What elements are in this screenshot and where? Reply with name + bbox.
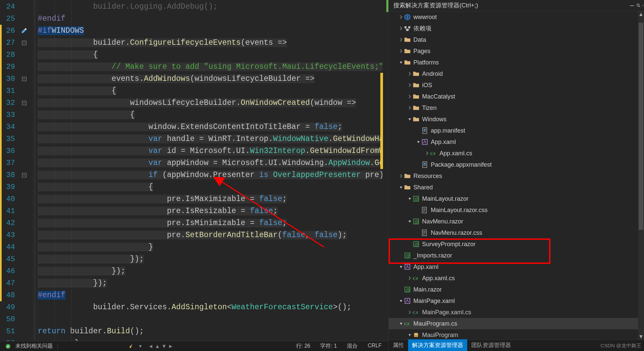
tree-item-mainlayout-razor-css[interactable]: MainLayout.razor.css bbox=[389, 204, 638, 216]
tree-item-maccatalyst[interactable]: MacCatalyst bbox=[389, 91, 638, 102]
code-line[interactable]: builder.Services.AddSingleton<WeatherFor… bbox=[36, 301, 388, 313]
code-line[interactable]: { bbox=[36, 85, 388, 97]
tree-item-mainpage-xaml[interactable]: MainPage.xaml bbox=[389, 295, 638, 307]
nav-arrows[interactable]: ◄▲▼► bbox=[148, 343, 174, 350]
chevron-down-icon[interactable] bbox=[407, 116, 413, 122]
code-line[interactable]: } bbox=[36, 337, 388, 341]
tree-item--[interactable]: 依赖项 bbox=[389, 23, 638, 34]
tree-item-tizen[interactable]: Tizen bbox=[389, 102, 638, 114]
chevron-down-icon[interactable] bbox=[407, 196, 413, 202]
tab-solution-explorer[interactable]: 解决方案资源管理器 bbox=[408, 339, 467, 351]
tree-item-android[interactable]: Android bbox=[389, 68, 638, 79]
tree-item-resources[interactable]: Resources bbox=[389, 170, 638, 182]
code-line[interactable]: events.AddWindows(windowsLifecycleBuilde… bbox=[36, 73, 388, 85]
code-column[interactable]: builder.Logging.AddDebug();#endif#if WIN… bbox=[36, 0, 388, 341]
tree-item-mauiprogram[interactable]: MauiProgram bbox=[389, 329, 638, 340]
chevron-right-icon[interactable] bbox=[398, 173, 404, 179]
code-line[interactable]: pre.IsMaximizable = false; bbox=[36, 193, 388, 205]
chevron-down-icon[interactable] bbox=[398, 264, 404, 270]
chevron-down-icon[interactable] bbox=[398, 321, 404, 327]
tab-properties[interactable]: 属性 bbox=[389, 339, 408, 351]
tree-item-navmenu-razor-css[interactable]: NavMenu.razor.css bbox=[389, 227, 638, 238]
code-area[interactable]: 2425262728293031323334353637383940414243… bbox=[0, 0, 388, 341]
search-input[interactable] bbox=[389, 0, 628, 11]
chevron-right-icon[interactable] bbox=[407, 82, 413, 88]
tree-item-app-xaml[interactable]: App.xaml bbox=[389, 136, 638, 148]
tree-item-shared[interactable]: Shared bbox=[389, 182, 638, 193]
tree-item-package-appxmanifest[interactable]: Package.appxmanifest bbox=[389, 159, 638, 170]
code-line[interactable]: { bbox=[36, 49, 388, 61]
tree-item-windows[interactable]: Windows bbox=[389, 114, 638, 125]
code-line[interactable]: var handle = WinRT.Interop.WindowNative.… bbox=[36, 133, 388, 145]
tree-item-main-razor[interactable]: @Main.razor bbox=[389, 284, 638, 295]
code-line[interactable]: builder.Logging.AddDebug(); bbox=[36, 1, 388, 13]
tree-item-app-manifest[interactable]: app.manifest bbox=[389, 125, 638, 136]
tree-item-platforms[interactable]: Platforms bbox=[389, 57, 638, 68]
overview-ruler[interactable] bbox=[382, 0, 388, 341]
brush-icon[interactable] bbox=[127, 343, 133, 349]
chevron-down-icon[interactable] bbox=[407, 332, 413, 338]
chevron-right-icon[interactable] bbox=[398, 48, 404, 54]
chevron-right-icon[interactable] bbox=[398, 14, 404, 20]
code-line[interactable]: #if WINDOWS bbox=[36, 25, 388, 37]
tree-item-ios[interactable]: iOS bbox=[389, 79, 638, 91]
chevron-down-icon[interactable] bbox=[398, 59, 404, 65]
chevron-right-icon[interactable] bbox=[407, 71, 413, 77]
solution-tree[interactable]: wwwroot依赖项DataPagesPlatformsAndroidiOSMa… bbox=[389, 11, 644, 340]
search-options-dropdown[interactable] bbox=[628, 0, 636, 11]
code-line[interactable]: }); bbox=[36, 277, 388, 289]
chevron-right-icon[interactable] bbox=[407, 94, 413, 100]
code-line[interactable] bbox=[36, 313, 388, 325]
chevron-down-icon[interactable] bbox=[407, 218, 413, 224]
status-crlf[interactable]: CRLF bbox=[368, 343, 382, 350]
chevron-down-icon[interactable] bbox=[398, 184, 404, 190]
code-line[interactable]: var id = Microsoft.UI.Win32Interop.GetWi… bbox=[36, 145, 388, 157]
tree-item-app-xaml-cs[interactable]: C#App.xaml.cs bbox=[389, 148, 638, 159]
chevron-right-icon[interactable] bbox=[398, 25, 404, 31]
chevron-down-icon[interactable] bbox=[398, 298, 404, 304]
chevron-down-icon[interactable] bbox=[415, 139, 421, 145]
chevron-right-icon[interactable] bbox=[407, 309, 413, 315]
code-line[interactable]: #endif bbox=[36, 289, 388, 301]
tree-item-mainlayout-razor[interactable]: @MainLayout.razor bbox=[389, 193, 638, 204]
code-line[interactable]: // Make sure to add "using Microsoft.Mau… bbox=[36, 61, 388, 73]
tree-item-surveyprompt-razor[interactable]: @SurveyPrompt.razor bbox=[389, 238, 638, 250]
code-line[interactable]: }); bbox=[36, 253, 388, 265]
code-line[interactable]: { bbox=[36, 109, 388, 121]
code-line[interactable]: if (appWindow.Presenter is OverlappedPre… bbox=[36, 169, 388, 181]
chevron-right-icon[interactable] bbox=[407, 275, 413, 281]
code-line[interactable]: return builder.Build(); bbox=[36, 325, 388, 337]
code-line[interactable]: #endif bbox=[36, 13, 388, 25]
code-line[interactable]: window.ExtendsContentIntoTitleBar = fals… bbox=[36, 121, 388, 133]
chevron-right-icon[interactable] bbox=[424, 150, 430, 156]
code-line[interactable]: pre.IsMinimizable = false; bbox=[36, 217, 388, 229]
tree-item-mauiprogram-cs[interactable]: C#MauiProgram.cs bbox=[389, 318, 638, 329]
code-line[interactable]: { bbox=[36, 181, 388, 193]
search-icon[interactable]: ▾ bbox=[636, 0, 644, 11]
fold-icon[interactable] bbox=[22, 41, 26, 45]
fold-icon[interactable] bbox=[22, 173, 26, 177]
chevron-right-icon[interactable] bbox=[407, 105, 413, 111]
tree-item-data[interactable]: Data bbox=[389, 34, 638, 45]
code-line[interactable]: }); bbox=[36, 265, 388, 277]
code-line[interactable]: } bbox=[36, 241, 388, 253]
tree-scrollbar[interactable]: ▲ ▼ bbox=[638, 11, 644, 340]
code-line[interactable]: pre.IsResizable = false; bbox=[36, 205, 388, 217]
status-line[interactable]: 行: 26 bbox=[296, 343, 310, 350]
tree-item-wwwroot[interactable]: wwwroot bbox=[389, 11, 638, 23]
code-line[interactable]: var appWindow = Microsoft.UI.Windowing.A… bbox=[36, 157, 388, 169]
fold-icon[interactable] bbox=[22, 101, 26, 105]
status-mixed[interactable]: 混合 bbox=[347, 343, 358, 350]
tree-item-mainpage-xaml-cs[interactable]: C#MainPage.xaml.cs bbox=[389, 307, 638, 318]
tab-team-explorer[interactable]: 团队资源管理器 bbox=[467, 339, 515, 351]
status-char[interactable]: 字符: 1 bbox=[320, 343, 337, 350]
tree-item-navmenu-razor[interactable]: @NavMenu.razor bbox=[389, 216, 638, 227]
code-line[interactable]: builder.ConfigureLifecycleEvents(events … bbox=[36, 37, 388, 49]
tree-item-app-xaml[interactable]: App.xaml bbox=[389, 261, 638, 273]
tree-item-app-xaml-cs[interactable]: C#App.xaml.cs bbox=[389, 273, 638, 284]
code-line[interactable]: windowsLifecycleBuilder.OnWindowCreated(… bbox=[36, 97, 388, 109]
fold-icon[interactable] bbox=[22, 77, 26, 81]
tree-item-pages[interactable]: Pages bbox=[389, 45, 638, 57]
code-line[interactable]: pre.SetBorderAndTitleBar(false, false); bbox=[36, 229, 388, 241]
chevron-right-icon[interactable] bbox=[398, 37, 404, 43]
